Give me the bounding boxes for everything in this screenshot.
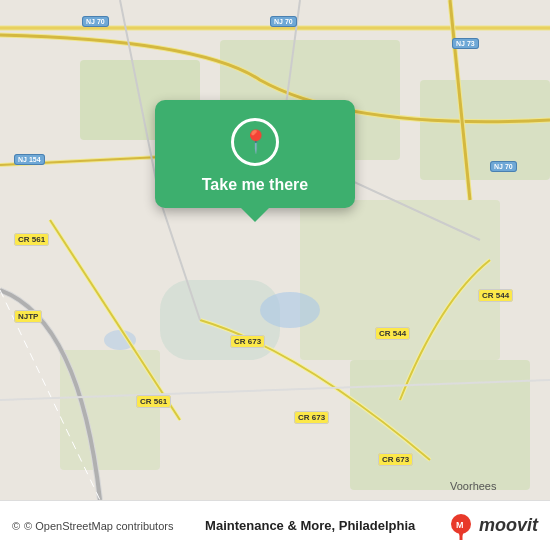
road-badge-nj70-1: NJ 70 (82, 10, 109, 28)
road-badge-njtp: NJTP (14, 305, 42, 323)
road-badge-cr673-1: CR 673 (230, 330, 265, 348)
moovit-text: moovit (479, 515, 538, 536)
map-svg: Voorhees (0, 0, 550, 500)
svg-text:Voorhees: Voorhees (450, 480, 497, 492)
copyright-symbol: © (12, 520, 20, 532)
road-badge-nj70-3: NJ 70 (490, 155, 517, 173)
svg-text:M: M (456, 520, 464, 530)
osm-attribution: © OpenStreetMap contributors (24, 520, 173, 532)
road-badge-nj154: NJ 154 (14, 148, 45, 166)
road-badge-cr673-3: CR 673 (378, 448, 413, 466)
location-icon-circle: 📍 (231, 118, 279, 166)
svg-marker-14 (458, 532, 464, 538)
svg-rect-6 (160, 280, 280, 360)
place-name: Maintenance & More, Philadelphia (205, 518, 415, 533)
take-me-there-button[interactable]: Take me there (202, 176, 308, 194)
map-container: Voorhees NJ 70 NJ 70 NJ 73 NJ 70 NJ 154 … (0, 0, 550, 500)
bottom-bar: © © OpenStreetMap contributors Maintenan… (0, 500, 550, 550)
svg-point-7 (260, 292, 320, 328)
road-badge-nj70-2: NJ 70 (270, 10, 297, 28)
svg-rect-2 (420, 80, 550, 180)
moovit-logo: M moovit (447, 512, 538, 540)
moovit-icon: M (447, 512, 475, 540)
road-badge-cr544-2: CR 544 (375, 322, 410, 340)
road-badge-nj73: NJ 73 (452, 32, 479, 50)
location-pin-icon: 📍 (242, 131, 269, 153)
location-popup: 📍 Take me there (155, 100, 355, 208)
svg-rect-5 (350, 360, 530, 490)
attribution-area: © © OpenStreetMap contributors (12, 520, 173, 532)
road-badge-cr561-2: CR 561 (136, 390, 171, 408)
road-badge-cr544-1: CR 544 (478, 284, 513, 302)
road-badge-cr673-2: CR 673 (294, 406, 329, 424)
road-badge-cr561-1: CR 561 (14, 228, 49, 246)
